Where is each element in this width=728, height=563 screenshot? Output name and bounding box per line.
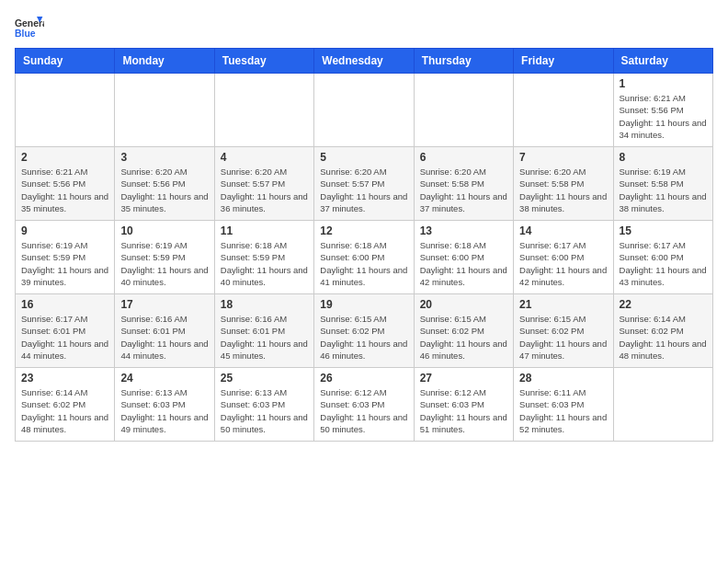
weekday-header-tuesday: Tuesday <box>214 49 313 74</box>
day-cell-21: 21Sunrise: 6:15 AM Sunset: 6:02 PM Dayli… <box>514 294 613 368</box>
empty-cell <box>16 74 115 147</box>
day-number-22: 22 <box>620 298 707 311</box>
day-number-25: 25 <box>221 372 308 385</box>
week-row-5: 23Sunrise: 6:14 AM Sunset: 6:02 PM Dayli… <box>16 368 713 442</box>
weekday-header-thursday: Thursday <box>414 49 513 74</box>
weekday-header-friday: Friday <box>514 49 613 74</box>
day-number-5: 5 <box>320 151 407 164</box>
day-info-20: Sunrise: 6:15 AM Sunset: 6:02 PM Dayligh… <box>420 313 507 362</box>
day-cell-7: 7Sunrise: 6:20 AM Sunset: 5:58 PM Daylig… <box>514 147 613 221</box>
day-cell-14: 14Sunrise: 6:17 AM Sunset: 6:00 PM Dayli… <box>514 221 613 294</box>
day-info-28: Sunrise: 6:11 AM Sunset: 6:03 PM Dayligh… <box>519 386 607 435</box>
day-info-9: Sunrise: 6:19 AM Sunset: 5:59 PM Dayligh… <box>21 239 108 288</box>
day-cell-4: 4Sunrise: 6:20 AM Sunset: 5:57 PM Daylig… <box>214 147 313 221</box>
day-cell-12: 12Sunrise: 6:18 AM Sunset: 6:00 PM Dayli… <box>314 221 414 294</box>
day-number-24: 24 <box>120 372 208 385</box>
day-number-11: 11 <box>221 224 308 237</box>
day-number-10: 10 <box>120 224 208 237</box>
empty-cell <box>115 74 214 147</box>
day-info-22: Sunrise: 6:14 AM Sunset: 6:02 PM Dayligh… <box>620 313 707 362</box>
day-number-6: 6 <box>420 151 507 164</box>
day-cell-10: 10Sunrise: 6:19 AM Sunset: 5:59 PM Dayli… <box>115 221 214 294</box>
day-info-18: Sunrise: 6:16 AM Sunset: 6:01 PM Dayligh… <box>221 313 308 362</box>
day-number-18: 18 <box>221 298 308 311</box>
day-cell-13: 13Sunrise: 6:18 AM Sunset: 6:00 PM Dayli… <box>414 221 513 294</box>
day-number-13: 13 <box>420 224 507 237</box>
day-info-14: Sunrise: 6:17 AM Sunset: 6:00 PM Dayligh… <box>519 239 607 288</box>
week-row-4: 16Sunrise: 6:17 AM Sunset: 6:01 PM Dayli… <box>16 294 713 368</box>
weekday-header-row: SundayMondayTuesdayWednesdayThursdayFrid… <box>16 49 713 74</box>
day-info-21: Sunrise: 6:15 AM Sunset: 6:02 PM Dayligh… <box>519 313 607 362</box>
day-cell-18: 18Sunrise: 6:16 AM Sunset: 6:01 PM Dayli… <box>214 294 313 368</box>
day-number-2: 2 <box>21 151 108 164</box>
day-info-6: Sunrise: 6:20 AM Sunset: 5:58 PM Dayligh… <box>420 166 507 214</box>
day-cell-17: 17Sunrise: 6:16 AM Sunset: 6:01 PM Dayli… <box>115 294 214 368</box>
day-info-12: Sunrise: 6:18 AM Sunset: 6:00 PM Dayligh… <box>320 239 407 288</box>
weekday-header-wednesday: Wednesday <box>314 49 414 74</box>
week-row-3: 9Sunrise: 6:19 AM Sunset: 5:59 PM Daylig… <box>16 221 713 294</box>
empty-cell <box>514 74 613 147</box>
day-info-8: Sunrise: 6:19 AM Sunset: 5:58 PM Dayligh… <box>620 166 707 214</box>
day-number-27: 27 <box>420 372 507 385</box>
empty-cell <box>414 74 513 147</box>
day-number-9: 9 <box>21 224 108 237</box>
week-row-2: 2Sunrise: 6:21 AM Sunset: 5:56 PM Daylig… <box>16 147 713 221</box>
page-header: General Blue <box>15 15 713 40</box>
day-info-16: Sunrise: 6:17 AM Sunset: 6:01 PM Dayligh… <box>21 313 108 362</box>
day-cell-27: 27Sunrise: 6:12 AM Sunset: 6:03 PM Dayli… <box>414 368 513 442</box>
day-number-19: 19 <box>320 298 407 311</box>
day-cell-5: 5Sunrise: 6:20 AM Sunset: 5:57 PM Daylig… <box>314 147 414 221</box>
calendar-table: SundayMondayTuesdayWednesdayThursdayFrid… <box>15 48 713 442</box>
day-cell-20: 20Sunrise: 6:15 AM Sunset: 6:02 PM Dayli… <box>414 294 513 368</box>
logo: General Blue <box>15 15 44 40</box>
day-number-26: 26 <box>320 372 407 385</box>
day-number-23: 23 <box>21 372 108 385</box>
day-info-15: Sunrise: 6:17 AM Sunset: 6:00 PM Dayligh… <box>620 239 707 288</box>
day-number-21: 21 <box>519 298 607 311</box>
logo-icon: General Blue <box>15 15 44 40</box>
day-number-12: 12 <box>320 224 407 237</box>
day-number-3: 3 <box>120 151 208 164</box>
day-cell-26: 26Sunrise: 6:12 AM Sunset: 6:03 PM Dayli… <box>314 368 414 442</box>
day-cell-11: 11Sunrise: 6:18 AM Sunset: 5:59 PM Dayli… <box>214 221 313 294</box>
empty-cell <box>214 74 313 147</box>
day-info-10: Sunrise: 6:19 AM Sunset: 5:59 PM Dayligh… <box>120 239 208 288</box>
day-info-23: Sunrise: 6:14 AM Sunset: 6:02 PM Dayligh… <box>21 386 108 435</box>
weekday-header-saturday: Saturday <box>613 49 712 74</box>
day-number-7: 7 <box>519 151 607 164</box>
day-number-4: 4 <box>221 151 308 164</box>
day-info-3: Sunrise: 6:20 AM Sunset: 5:56 PM Dayligh… <box>120 166 208 214</box>
day-cell-15: 15Sunrise: 6:17 AM Sunset: 6:00 PM Dayli… <box>613 221 712 294</box>
day-number-16: 16 <box>21 298 108 311</box>
day-info-7: Sunrise: 6:20 AM Sunset: 5:58 PM Dayligh… <box>519 166 607 214</box>
empty-cell <box>314 74 414 147</box>
day-cell-6: 6Sunrise: 6:20 AM Sunset: 5:58 PM Daylig… <box>414 147 513 221</box>
day-info-4: Sunrise: 6:20 AM Sunset: 5:57 PM Dayligh… <box>221 166 308 214</box>
day-cell-16: 16Sunrise: 6:17 AM Sunset: 6:01 PM Dayli… <box>16 294 115 368</box>
empty-cell <box>613 368 712 442</box>
day-number-1: 1 <box>620 77 707 90</box>
day-cell-3: 3Sunrise: 6:20 AM Sunset: 5:56 PM Daylig… <box>115 147 214 221</box>
day-cell-8: 8Sunrise: 6:19 AM Sunset: 5:58 PM Daylig… <box>613 147 712 221</box>
day-info-24: Sunrise: 6:13 AM Sunset: 6:03 PM Dayligh… <box>120 386 208 435</box>
day-number-8: 8 <box>620 151 707 164</box>
svg-text:Blue: Blue <box>15 29 36 39</box>
day-cell-28: 28Sunrise: 6:11 AM Sunset: 6:03 PM Dayli… <box>514 368 613 442</box>
day-cell-25: 25Sunrise: 6:13 AM Sunset: 6:03 PM Dayli… <box>214 368 313 442</box>
day-number-28: 28 <box>519 372 607 385</box>
day-number-14: 14 <box>519 224 607 237</box>
day-info-17: Sunrise: 6:16 AM Sunset: 6:01 PM Dayligh… <box>120 313 208 362</box>
day-number-20: 20 <box>420 298 507 311</box>
weekday-header-monday: Monday <box>115 49 214 74</box>
day-info-2: Sunrise: 6:21 AM Sunset: 5:56 PM Dayligh… <box>21 166 108 214</box>
day-info-26: Sunrise: 6:12 AM Sunset: 6:03 PM Dayligh… <box>320 386 407 435</box>
day-cell-23: 23Sunrise: 6:14 AM Sunset: 6:02 PM Dayli… <box>16 368 115 442</box>
day-cell-9: 9Sunrise: 6:19 AM Sunset: 5:59 PM Daylig… <box>16 221 115 294</box>
day-info-1: Sunrise: 6:21 AM Sunset: 5:56 PM Dayligh… <box>620 92 707 141</box>
day-cell-19: 19Sunrise: 6:15 AM Sunset: 6:02 PM Dayli… <box>314 294 414 368</box>
day-cell-2: 2Sunrise: 6:21 AM Sunset: 5:56 PM Daylig… <box>16 147 115 221</box>
day-info-11: Sunrise: 6:18 AM Sunset: 5:59 PM Dayligh… <box>221 239 308 288</box>
day-info-25: Sunrise: 6:13 AM Sunset: 6:03 PM Dayligh… <box>221 386 308 435</box>
weekday-header-sunday: Sunday <box>16 49 115 74</box>
week-row-1: 1Sunrise: 6:21 AM Sunset: 5:56 PM Daylig… <box>16 74 713 147</box>
